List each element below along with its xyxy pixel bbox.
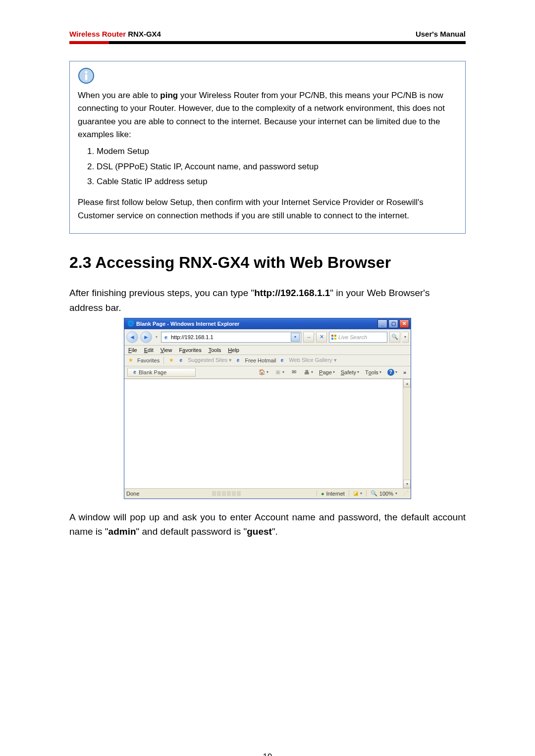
zoom-icon: 🔍: [371, 490, 377, 497]
favorites-add-icon[interactable]: ★: [168, 357, 175, 364]
info-list: Modem Setup DSL (PPPoE) Static IP, Accou…: [78, 144, 457, 189]
menu-file[interactable]: File: [128, 347, 137, 353]
page-number: 19: [69, 752, 466, 756]
tools-menu-button[interactable]: Tools ▾: [364, 369, 383, 376]
search-button[interactable]: 🔍: [389, 332, 400, 343]
search-box[interactable]: Live Search: [329, 332, 387, 343]
minimize-button[interactable]: _: [377, 319, 387, 328]
vertical-scrollbar[interactable]: ▴ ▾: [403, 379, 411, 488]
page: Wireless Router RNX-GX4 User's Manual Wh…: [0, 0, 535, 756]
status-internet-label: Internet: [326, 491, 345, 497]
home-button[interactable]: 🏠▾: [257, 368, 270, 376]
svg-rect-3: [331, 335, 333, 337]
print-icon: 🖶: [303, 369, 310, 376]
menu-view[interactable]: View: [160, 347, 172, 353]
ie-tab-row: e Blank Page 🏠▾ ▣▾ ✉ 🖶▾ Page ▾ Safety ▾ …: [124, 366, 411, 379]
ie-link-icon: e: [279, 357, 285, 363]
ie-link-icon: e: [235, 357, 241, 363]
ie-menubar: File Edit View Favorites Tools Help: [124, 346, 411, 355]
read-mail-button[interactable]: ✉: [289, 368, 299, 376]
internet-zone-icon: ●: [321, 491, 324, 497]
ie-favorites-bar: ★ Favorites ★ e Suggested Sites ▾ e Free…: [124, 355, 411, 366]
search-placeholder: Live Search: [338, 334, 367, 340]
section-heading: 2.3 Accessing RNX-GX4 with Web Browser: [69, 253, 466, 272]
menu-edit[interactable]: Edit: [144, 347, 154, 353]
tab-label: Blank Page: [139, 369, 166, 375]
web-slice-gallery-link[interactable]: Web Slice Gallery ▾: [289, 357, 336, 363]
menu-favorites[interactable]: Favorites: [179, 347, 201, 353]
body-paragraph-url: After finishing previous steps, you can …: [69, 286, 466, 315]
forward-button[interactable]: ►: [140, 331, 152, 343]
address-dropdown-icon[interactable]: ▾: [291, 333, 300, 342]
info-note-box: When you are able to ping your Wireless …: [69, 61, 466, 234]
svg-rect-2: [85, 74, 88, 80]
mail-icon: ✉: [290, 369, 297, 376]
progress-cells: [212, 491, 241, 496]
back-button[interactable]: ◄: [126, 331, 138, 343]
svg-rect-6: [334, 338, 336, 340]
zoom-value: 100%: [379, 491, 393, 497]
search-dropdown[interactable]: ▾: [402, 332, 409, 343]
stop-button[interactable]: ✕: [316, 332, 327, 343]
browser-tab[interactable]: e Blank Page: [127, 368, 196, 377]
print-button[interactable]: 🖶▾: [302, 368, 315, 376]
ie-titlebar: 🌐 Blank Page - Windows Internet Explorer…: [124, 318, 411, 329]
info-list-item: DSL (PPPoE) Static IP, Account name, and…: [97, 159, 457, 174]
ie-title: Blank Page - Windows Internet Explorer: [136, 321, 239, 327]
rss-icon: ▣: [274, 369, 281, 376]
header-left: Wireless Router RNX-GX4: [69, 30, 161, 38]
separator: [163, 356, 164, 364]
header-model: RNX-GX4: [128, 30, 161, 38]
info-list-item: Cable Static IP address setup: [97, 174, 457, 189]
ie-status-bar: Done ● Internet ◪ ▾ 🔍 100% ▾ ⋰: [124, 488, 411, 499]
info-paragraph-1: When you are able to ping your Wireless …: [78, 89, 457, 141]
tab-page-icon: e: [132, 369, 138, 375]
ie-address-row: ◄ ► ▾ e http://192.168.1.1 ▾ → ✕: [124, 329, 411, 346]
page-menu-button[interactable]: Page ▾: [318, 369, 336, 376]
menu-help[interactable]: Help: [228, 347, 239, 353]
home-icon: 🏠: [259, 369, 266, 376]
body-paragraph-login: A window will pop up and ask you to ente…: [69, 510, 466, 539]
header-brand: Wireless Router: [69, 30, 126, 38]
nav-history-dropdown[interactable]: ▾: [154, 333, 159, 342]
go-button[interactable]: →: [303, 332, 314, 343]
scroll-up-button[interactable]: ▴: [403, 379, 411, 388]
svg-rect-5: [331, 338, 333, 340]
status-done: Done: [126, 491, 139, 497]
info-icon: [78, 67, 457, 84]
ie-page-icon: e: [162, 334, 169, 341]
info-paragraph-2: Please first follow below Setup, then co…: [78, 196, 457, 222]
resize-grip-icon[interactable]: ⋰: [401, 490, 409, 497]
status-protected-mode[interactable]: ◪ ▾: [349, 490, 366, 497]
shield-icon: ◪: [353, 490, 358, 497]
favorites-star-icon[interactable]: ★: [127, 357, 134, 364]
help-button[interactable]: ?▾: [386, 368, 399, 376]
svg-point-1: [85, 71, 88, 74]
header-right: User's Manual: [416, 30, 466, 38]
ie-link-icon: e: [178, 357, 184, 363]
info-list-item: Modem Setup: [97, 144, 457, 159]
help-icon: ?: [387, 369, 394, 376]
free-hotmail-link[interactable]: Free Hotmail: [245, 357, 276, 363]
live-search-icon: [331, 334, 337, 340]
ie-app-icon: 🌐: [127, 320, 134, 327]
svg-rect-4: [334, 335, 336, 337]
favorites-label[interactable]: Favorites: [137, 357, 160, 363]
close-button[interactable]: ✕: [399, 319, 409, 328]
address-bar[interactable]: e http://192.168.1.1 ▾: [161, 332, 301, 343]
feeds-button[interactable]: ▣▾: [273, 368, 286, 376]
suggested-sites-link[interactable]: Suggested Sites ▾: [188, 357, 232, 363]
page-header: Wireless Router RNX-GX4 User's Manual: [69, 30, 466, 41]
ie-content-pane: ▴ ▾: [124, 379, 411, 488]
toolbar-overflow-button[interactable]: »: [402, 369, 408, 376]
address-url: http://192.168.1.1: [171, 334, 291, 340]
status-zone[interactable]: ● Internet: [317, 491, 349, 497]
maximize-button[interactable]: ▢: [388, 319, 398, 328]
status-zoom[interactable]: 🔍 100% ▾: [366, 490, 401, 497]
header-rule: [69, 41, 466, 44]
ie-window: 🌐 Blank Page - Windows Internet Explorer…: [124, 318, 411, 499]
safety-menu-button[interactable]: Safety ▾: [339, 369, 361, 376]
scroll-down-button[interactable]: ▾: [403, 480, 411, 488]
menu-tools[interactable]: Tools: [209, 347, 221, 353]
